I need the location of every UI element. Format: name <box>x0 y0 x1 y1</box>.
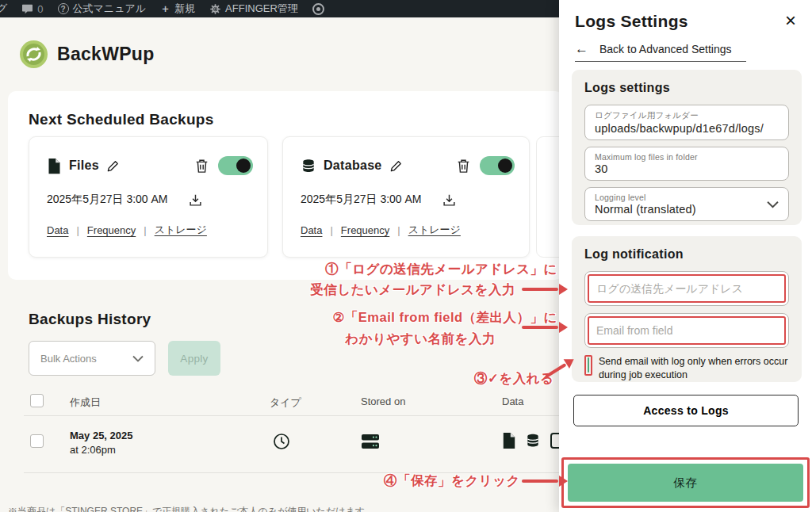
clock-type-icon <box>273 433 290 450</box>
errors-only-checkbox[interactable] <box>588 357 589 373</box>
row-date-line2: at 2:06pm <box>70 444 133 456</box>
close-icon[interactable]: × <box>785 11 796 30</box>
select-all-checkbox[interactable] <box>30 394 44 407</box>
email-to-input[interactable] <box>589 276 784 301</box>
logs-settings-group-heading: Logs settings <box>584 81 789 95</box>
back-link-label: Back to Advanced Settings <box>599 43 732 55</box>
download-icon[interactable] <box>442 193 456 207</box>
annotation-2-line2: わかりやすい名前を入力 <box>274 331 496 348</box>
comment-icon <box>21 4 33 14</box>
file-icon <box>47 158 62 174</box>
annotation-box-save: 保存 <box>561 457 810 508</box>
errors-only-checkbox-label: Send email with log only when errors occ… <box>599 355 789 382</box>
official-manual-menu[interactable]: ? 公式マニュアル <box>58 2 147 16</box>
table-divider <box>24 415 563 416</box>
backup-card-files: Files 2025年5月27日 3:00 AM Data | Frequenc… <box>29 136 268 258</box>
max-log-files-label: Maximum log files in folder <box>595 152 779 162</box>
enable-toggle[interactable] <box>480 156 515 175</box>
database-data-icon <box>525 432 541 449</box>
backwpup-adminbar-menu[interactable] <box>312 3 324 15</box>
column-header-type: タイプ <box>270 395 301 410</box>
help-icon: ? <box>58 3 69 14</box>
column-header-stored-on: Stored on <box>361 395 405 407</box>
log-folder-field[interactable]: ログファイル用フォルダー uploads/backwpup/d1e67d/log… <box>584 105 789 140</box>
chevron-down-icon <box>767 201 779 208</box>
file-data-icon <box>502 432 516 449</box>
chevron-down-icon <box>132 355 144 362</box>
download-icon[interactable] <box>189 193 202 207</box>
affinger-admin-menu[interactable]: AFFINGER管理 <box>209 2 298 16</box>
log-notification-group: Log notification Send email with log onl… <box>572 236 802 382</box>
annotation-box-email-from <box>588 316 786 345</box>
annotation-2-line1: ②「Email from field（差出人）」に <box>274 309 557 327</box>
annotation-3: ③✓を入れる <box>474 370 554 388</box>
page-title: BackWPup <box>57 44 155 65</box>
max-log-files-value: 30 <box>595 162 779 175</box>
footer-note: ※当商品は「STINGER STORE」で正規購入されたご本人のみが使用いただけ… <box>8 505 365 512</box>
toggle-knob <box>498 159 512 173</box>
gear-icon <box>209 3 221 15</box>
server-storage-icon <box>361 434 380 449</box>
edit-pencil-icon[interactable] <box>389 159 403 173</box>
panel-title: Logs Settings <box>575 12 688 31</box>
link-separator: | <box>76 224 79 236</box>
card-title: Files <box>69 159 99 173</box>
edit-pencil-icon[interactable] <box>106 159 120 173</box>
delete-trash-icon[interactable] <box>195 159 209 174</box>
annotation-1-arrow <box>522 284 566 295</box>
annotation-box-email-to <box>588 274 786 303</box>
annotation-4-arrow <box>522 476 566 487</box>
bulk-actions-label: Bulk Actions <box>40 353 97 365</box>
column-header-data: Data <box>502 395 523 407</box>
back-to-advanced-settings-link[interactable]: ← Back to Advanced Settings <box>575 41 746 62</box>
log-folder-value: uploads/backwpup/d1e67d/logs/ <box>595 122 779 135</box>
logging-level-label: Logging level <box>595 193 779 202</box>
row-created-date: May 25, 2025 at 2:06pm <box>70 430 133 456</box>
admin-bar-partial-item[interactable]: グ <box>0 2 7 16</box>
affinger-label: AFFINGER管理 <box>225 2 298 16</box>
card-title: Database <box>324 159 382 173</box>
logging-level-value: Normal (translated) <box>595 203 779 216</box>
new-menu[interactable]: ＋ 新規 <box>160 2 195 16</box>
official-manual-label: 公式マニュアル <box>73 2 147 16</box>
card-link-data[interactable]: Data <box>301 224 322 236</box>
card-link-storage[interactable]: ストレージ <box>155 223 207 237</box>
enable-toggle[interactable] <box>218 156 253 175</box>
column-header-created: 作成日 <box>70 395 101 410</box>
plus-icon: ＋ <box>160 2 170 16</box>
log-folder-label: ログファイル用フォルダー <box>595 110 779 121</box>
next-run-datetime: 2025年5月27日 3:00 AM <box>47 193 168 207</box>
bulk-actions-select[interactable]: Bulk Actions <box>29 341 155 376</box>
annotation-box-checkbox <box>584 355 592 376</box>
row-date-line1: May 25, 2025 <box>70 430 133 441</box>
apply-button[interactable]: Apply <box>168 341 220 376</box>
save-button[interactable]: 保存 <box>568 464 803 502</box>
delete-trash-icon[interactable] <box>457 159 470 174</box>
email-from-field-wrap <box>584 313 789 348</box>
new-label: 新規 <box>174 2 195 16</box>
link-separator: | <box>397 224 400 236</box>
annotation-4: ④「保存」をクリック <box>384 472 520 490</box>
card-link-frequency[interactable]: Frequency <box>87 224 136 236</box>
email-from-input[interactable] <box>589 318 784 343</box>
next-run-datetime: 2025年5月27日 3:00 AM <box>301 193 422 207</box>
backups-history-heading: Backups History <box>29 311 151 328</box>
card-link-data[interactable]: Data <box>47 224 68 236</box>
card-link-frequency[interactable]: Frequency <box>341 224 389 236</box>
card-link-storage[interactable]: ストレージ <box>408 223 461 237</box>
email-to-field-wrap <box>584 271 789 306</box>
access-to-logs-button[interactable]: Access to Logs <box>573 395 799 426</box>
backwpup-logo <box>19 40 48 69</box>
backwpup-icon <box>312 3 324 15</box>
comments-menu[interactable]: 0 <box>21 3 43 15</box>
max-log-files-field[interactable]: Maximum log files in folder 30 <box>584 147 789 181</box>
back-arrow-icon: ← <box>575 41 588 57</box>
next-scheduled-heading: Next Scheduled Backups <box>29 111 214 128</box>
link-separator: | <box>144 224 146 236</box>
logging-level-select[interactable]: Logging level Normal (translated) <box>584 187 789 221</box>
comment-count: 0 <box>37 3 43 15</box>
annotation-1-line1: ①「ログの送信先メールアドレス」に <box>274 261 557 278</box>
toggle-knob <box>236 159 251 173</box>
backup-card-database: Database 2025年5月27日 3:00 AM Data | Frequ… <box>282 136 530 258</box>
row-checkbox[interactable] <box>30 434 44 448</box>
